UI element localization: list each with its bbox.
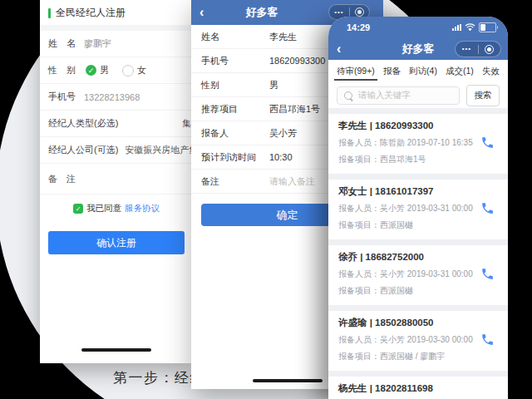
phone-value: 13228213968 xyxy=(84,92,140,102)
miniprogram-capsule: ••• xyxy=(455,41,501,57)
name-label: 姓 名 xyxy=(48,37,76,50)
navbar: ‹ 好多客 ••• xyxy=(328,38,508,60)
customer-row[interactable]: 李先生 | 18620993300 报备人员：陈哲勋 2019-07-10 16… xyxy=(328,114,508,174)
call-icon[interactable] xyxy=(480,201,495,215)
battery-icon xyxy=(479,22,496,32)
service-agreement-link[interactable]: 服务协议 xyxy=(125,203,160,214)
remark-placeholder: 请输入备注 xyxy=(269,175,315,188)
home-indicator xyxy=(253,379,323,382)
radio-unchecked-icon[interactable] xyxy=(122,65,134,76)
search-section: 请输入关键字 搜索 xyxy=(328,83,508,108)
registration-screen: 全民经纪人注册 姓 名 廖鹏宇 性 别 ✓ 男 女 手机号 1322821396… xyxy=(40,0,193,363)
agent-type-label: 经纪人类型(必选) xyxy=(48,117,118,130)
more-icon[interactable]: ••• xyxy=(334,9,343,16)
signal-icon xyxy=(452,24,461,31)
tab-report[interactable]: 报备 xyxy=(383,60,401,83)
gender-field-row: 性 别 ✓ 男 女 xyxy=(40,57,193,84)
customer-row[interactable]: 邓女士 | 18161017397 报备人员：吴小芳 2019-03-31 00… xyxy=(328,180,508,239)
tab-pending[interactable]: 待审(99+) xyxy=(337,60,375,83)
agent-company-label: 经纪人公司(可选) xyxy=(48,144,118,156)
status-bar: 14:29 xyxy=(328,17,508,38)
search-icon xyxy=(344,91,352,100)
phone-label: 手机号 xyxy=(48,91,76,103)
agreement-row: ✓ 我已同意服务协议 xyxy=(40,195,193,223)
radio-checked-icon[interactable]: ✓ xyxy=(86,65,96,76)
remark-row[interactable]: 备 注 xyxy=(40,164,193,195)
capsule-divider xyxy=(478,45,479,54)
home-indicator xyxy=(81,348,151,352)
search-button[interactable]: 搜索 xyxy=(466,85,500,106)
title-accent-bar xyxy=(48,8,51,18)
male-option-label[interactable]: 男 xyxy=(100,64,109,76)
name-value: 廖鹏宇 xyxy=(84,37,111,50)
customer-row[interactable]: 杨先生 | 18202811698 报备人员：吴小芳 2019-03-30 00… xyxy=(328,377,508,399)
call-icon[interactable] xyxy=(480,332,495,347)
customer-row[interactable]: 徐乔 | 18682752000 报备人员：吴小芳 2019-03-31 00:… xyxy=(328,245,508,305)
wifi-icon xyxy=(465,23,475,32)
agent-company-row[interactable]: 经纪人公司(可选) 安徽振兴房地产集团有 xyxy=(40,137,193,164)
confirm-register-button[interactable]: 确认注册 xyxy=(48,231,185,254)
divider-band xyxy=(40,25,193,31)
agent-type-value: 集 xyxy=(182,117,191,130)
page-title: 全民经纪人注册 xyxy=(40,0,193,25)
search-input[interactable]: 请输入关键字 xyxy=(337,86,460,105)
close-target-icon[interactable] xyxy=(485,45,494,54)
capsule-divider xyxy=(349,7,350,17)
agent-company-value: 安徽振兴房地产集团有 xyxy=(125,144,193,156)
remark-label: 备 注 xyxy=(48,173,76,185)
search-placeholder: 请输入关键字 xyxy=(358,90,411,101)
agree-checkbox-icon[interactable]: ✓ xyxy=(73,204,83,214)
tab-deal[interactable]: 成交(1) xyxy=(446,60,474,83)
tab-bar: 待审(99+) 报备 到访(4) 成交(1) 失效 xyxy=(328,60,508,83)
app-title: 好多客 xyxy=(191,5,332,20)
tab-visited[interactable]: 到访(4) xyxy=(409,60,437,83)
agent-type-row[interactable]: 经纪人类型(必选) 集 xyxy=(40,111,193,137)
call-icon[interactable] xyxy=(480,135,495,150)
marketing-canvas: 第一步：经纪人注册 全民经纪人注册 姓 名 廖鹏宇 性 别 ✓ 男 女 手机号 … xyxy=(0,0,532,399)
female-option-label[interactable]: 女 xyxy=(137,64,146,76)
status-icons xyxy=(452,22,496,32)
agree-text: 我已同意 xyxy=(86,203,121,214)
customer-list-screen: 14:29 ‹ 好多客 ••• 待审 xyxy=(328,17,508,399)
phone-field-row[interactable]: 手机号 13228213968 xyxy=(40,84,193,111)
more-icon[interactable]: ••• xyxy=(462,46,471,52)
call-icon[interactable] xyxy=(480,267,495,281)
clock: 14:29 xyxy=(347,22,370,32)
gender-label: 性 别 xyxy=(48,64,76,76)
close-target-icon[interactable] xyxy=(355,7,364,17)
tab-expired[interactable]: 失效 xyxy=(482,60,500,83)
customer-row[interactable]: 许盛瑜 | 18502880050 报备人员：吴小芳 2019-03-30 00… xyxy=(328,311,508,371)
name-field-row[interactable]: 姓 名 廖鹏宇 xyxy=(40,31,193,57)
